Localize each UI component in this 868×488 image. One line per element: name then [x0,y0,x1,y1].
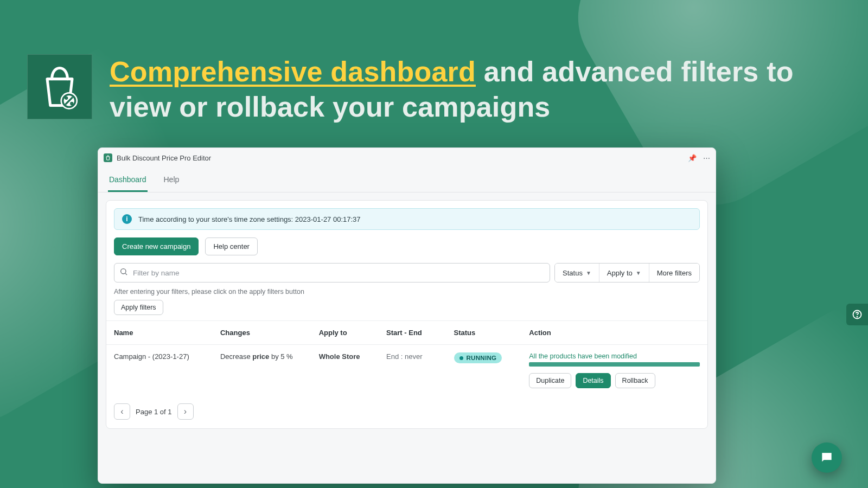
page-background: Comprehensive dashboard and advanced fil… [0,0,868,488]
search-wrapper [114,263,550,282]
timezone-banner: i Time according to your store's time zo… [114,208,700,230]
chat-launcher[interactable] [812,442,842,473]
cell-name: Campaign - (2023-1-27) [114,352,215,361]
col-startend: Start - End [386,329,448,337]
table-header: Name Changes Apply to Start - End Status… [106,320,707,344]
col-changes: Changes [220,329,314,337]
svg-point-6 [857,317,858,317]
primary-actions: Create new campaign Help center [106,237,707,263]
table-row: Campaign - (2023-1-27) Decrease price by… [106,344,707,396]
action-message: All the products have been modified [529,352,700,360]
prev-page-button[interactable]: ‹ [114,403,130,420]
col-action: Action [529,329,700,337]
details-button[interactable]: Details [576,373,610,388]
col-name: Name [114,329,215,337]
hero-headline: Comprehensive dashboard and advanced fil… [110,54,835,125]
cell-applyto: Whole Store [319,352,381,361]
svg-point-3 [71,102,73,104]
rollback-button[interactable]: Rollback [615,373,655,388]
help-side-tab[interactable] [846,304,868,325]
filters-section: Status▼ Apply to▼ More filters After ent… [106,263,707,315]
info-icon: i [122,214,132,224]
pin-icon[interactable]: 📌 [688,154,697,162]
col-status: Status [454,329,524,337]
app-window: Bulk Discount Price Pro Editor 📌 ⋯ Dashb… [98,147,716,484]
more-filters[interactable]: More filters [649,264,699,282]
main-panel: i Time according to your store's time zo… [106,200,708,429]
help-center-button[interactable]: Help center [205,237,257,255]
tab-help[interactable]: Help [163,168,181,192]
timezone-text: Time according to your store's time zone… [138,215,361,223]
search-icon [119,267,128,278]
next-page-button[interactable]: › [177,403,194,420]
cell-startend: End : never [386,352,448,361]
svg-point-4 [121,269,126,274]
apply-filters-button[interactable]: Apply filters [114,300,163,315]
applyto-filter[interactable]: Apply to▼ [599,264,649,282]
create-campaign-button[interactable]: Create new campaign [114,237,199,255]
filters-hint: After entering your filters, please clic… [114,288,700,296]
filter-name-input[interactable] [114,263,550,282]
cell-action: All the products have been modified Dupl… [529,352,700,388]
window-title: Bulk Discount Price Pro Editor [117,154,211,162]
tabs: Dashboard Help [98,168,716,192]
cell-status: RUNNING [454,352,524,363]
window-titlebar: Bulk Discount Price Pro Editor 📌 ⋯ [98,148,716,168]
duplicate-button[interactable]: Duplicate [529,373,571,388]
cell-changes: Decrease price by 5 % [220,352,314,361]
filter-segmented: Status▼ Apply to▼ More filters [554,263,700,282]
app-logo [27,54,92,119]
status-dot-icon [459,356,463,360]
chevron-down-icon: ▼ [586,270,591,276]
hero-row: Comprehensive dashboard and advanced fil… [27,54,835,125]
progress-bar [529,362,700,367]
status-filter[interactable]: Status▼ [555,264,599,282]
status-badge: RUNNING [454,352,502,363]
col-applyto: Apply to [319,329,381,337]
page-indicator: Page 1 of 1 [136,408,172,416]
svg-point-2 [66,97,67,99]
more-icon[interactable]: ⋯ [703,154,710,162]
app-icon [104,153,112,162]
hero-highlight: Comprehensive dashboard [110,56,476,87]
chevron-down-icon: ▼ [636,270,641,276]
tab-dashboard[interactable]: Dashboard [108,168,148,192]
pagination: ‹ Page 1 of 1 › [106,396,707,420]
